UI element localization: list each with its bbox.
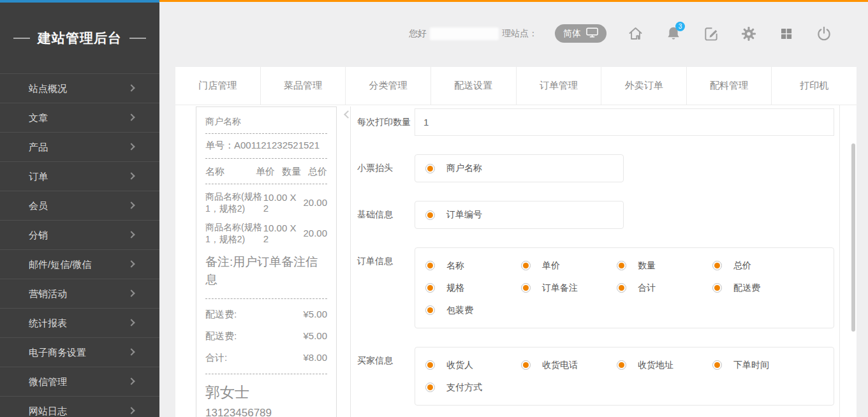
power-icon[interactable] — [815, 25, 832, 42]
receipt-fees: 配送费:¥5.00配送费:¥5.00合计:¥8.00 — [205, 309, 327, 364]
content-card: 门店管理菜品管理分类管理配送设置订单管理外卖订单配料管理打印机 商户名称 单号：… — [175, 67, 857, 417]
radio-option[interactable]: 包装费 — [425, 299, 521, 321]
radio-selected-icon[interactable] — [425, 360, 435, 370]
tab-门店管理[interactable]: 门店管理 — [175, 67, 261, 105]
radio-option[interactable]: 支付方式 — [425, 376, 521, 399]
radio-option[interactable]: 收货电话 — [521, 354, 617, 376]
col-quantity: 数量 — [282, 166, 301, 178]
tab-配料管理[interactable]: 配料管理 — [687, 67, 772, 105]
radio-option[interactable]: 下单时间 — [712, 354, 808, 376]
radio-selected-icon[interactable] — [425, 261, 435, 270]
item-price-qty: 10.00 X 2 — [263, 192, 304, 214]
fee-label: 合计: — [205, 352, 227, 364]
bell-icon[interactable]: 3 — [665, 25, 682, 42]
language-pill-button[interactable]: 简体 — [555, 24, 607, 43]
redacted-username — [430, 27, 499, 40]
gear-icon[interactable] — [740, 25, 757, 42]
radio-option[interactable]: 合计 — [617, 277, 712, 299]
receipt-item-row: 商品名称(规格1，规格2)10.00 X 220.00 — [205, 221, 327, 245]
receipt-merchant-name: 商户名称 — [205, 116, 327, 128]
radio-selected-icon[interactable] — [712, 261, 722, 270]
tab-配送设置[interactable]: 配送设置 — [431, 67, 517, 105]
options-box: 名称单价数量总价规格订单备注合计配送费包装费 — [415, 247, 834, 328]
scrollbar-thumb[interactable] — [851, 143, 855, 332]
receipt-preview: 商户名称 单号：A001121232521521 名称 单价 数量 总价 商品名… — [196, 106, 337, 417]
options-box: 订单编号 — [415, 201, 624, 229]
radio-option[interactable]: 规格 — [425, 277, 521, 299]
apps-grid-icon[interactable] — [777, 25, 795, 42]
item-name: 商品名称(规格1，规格2) — [205, 191, 263, 215]
header: 您好 理站点： 简体 3 — [159, 0, 868, 67]
radio-option-label: 订单备注 — [542, 282, 578, 294]
radio-option[interactable]: 收货人 — [425, 354, 521, 376]
title-dash-right — [129, 38, 146, 39]
sidebar-item[interactable]: 网站日志 — [0, 396, 159, 417]
sidebar-item[interactable]: 产品 — [0, 132, 159, 161]
radio-option[interactable]: 配送费 — [712, 277, 808, 299]
content-right-border — [839, 105, 840, 417]
sidebar-item[interactable]: 统计报表 — [0, 308, 159, 337]
sidebar-item[interactable]: 分销 — [0, 220, 159, 249]
chevron-right-icon — [128, 260, 135, 267]
fee-label: 配送费: — [205, 330, 237, 342]
fee-value: ¥5.00 — [303, 330, 327, 342]
sidebar-item[interactable]: 微信管理 — [0, 367, 159, 396]
radio-selected-icon[interactable] — [425, 210, 435, 220]
radio-option-label: 收货电话 — [542, 360, 578, 371]
sidebar-item[interactable]: 营销活动 — [0, 279, 159, 308]
radio-selected-icon[interactable] — [712, 360, 722, 370]
print-count-input[interactable] — [415, 108, 834, 136]
radio-option-label: 单价 — [542, 260, 560, 272]
radio-option[interactable]: 名称 — [425, 254, 521, 277]
radio-selected-icon[interactable] — [521, 360, 531, 370]
app-title-text: 建站管理后台 — [38, 29, 122, 47]
chevron-right-icon — [128, 319, 135, 326]
radio-option[interactable]: 订单备注 — [521, 277, 617, 299]
receipt-items: 商品名称(规格1，规格2)10.00 X 220.00商品名称(规格1，规格2)… — [205, 191, 327, 245]
radio-option-label: 收货人 — [446, 360, 473, 371]
radio-selected-icon[interactable] — [521, 261, 531, 270]
radio-option-label: 总价 — [733, 260, 751, 272]
home-icon[interactable] — [627, 25, 644, 42]
radio-selected-icon[interactable] — [425, 283, 435, 293]
radio-selected-icon[interactable] — [712, 283, 722, 293]
radio-selected-icon[interactable] — [617, 360, 626, 370]
sidebar-item[interactable]: 电子商务设置 — [0, 337, 159, 367]
sidebar-item[interactable]: 文章 — [0, 103, 159, 132]
radio-selected-icon[interactable] — [617, 283, 626, 293]
radio-selected-icon[interactable] — [617, 261, 626, 270]
sidebar-item[interactable]: 邮件/短信/微信 — [0, 249, 159, 279]
edit-icon[interactable] — [702, 25, 719, 42]
tab-菜品管理[interactable]: 菜品管理 — [261, 67, 346, 105]
settings-row-label: 基础信息 — [357, 201, 415, 229]
sidebar-item[interactable]: 站点概况 — [0, 73, 159, 103]
radio-option[interactable]: 收货地址 — [617, 354, 712, 376]
radio-option-label: 支付方式 — [446, 382, 482, 393]
receipt-table-header: 名称 单价 数量 总价 — [205, 166, 327, 178]
tab-外卖订单[interactable]: 外卖订单 — [601, 67, 687, 105]
tab-打印机[interactable]: 打印机 — [772, 67, 857, 105]
radio-option[interactable]: 总价 — [712, 254, 808, 277]
settings-radio-rows: 小票抬头商户名称基础信息订单编号订单信息名称单价数量总价规格订单备注合计配送费包… — [357, 154, 834, 406]
radio-selected-icon[interactable] — [425, 383, 435, 392]
fee-value: ¥8.00 — [303, 352, 327, 364]
settings-row: 订单信息名称单价数量总价规格订单备注合计配送费包装费 — [357, 247, 834, 328]
radio-option-label: 规格 — [446, 282, 464, 294]
radio-option-label: 名称 — [446, 260, 464, 272]
radio-selected-icon[interactable] — [425, 305, 435, 315]
radio-selected-icon[interactable] — [521, 283, 531, 293]
radio-option[interactable]: 商户名称 — [425, 163, 482, 174]
settings-row-label: 买家信息 — [357, 347, 415, 406]
sidebar-item[interactable]: 订单 — [0, 161, 159, 191]
radio-option[interactable]: 数量 — [617, 254, 712, 277]
sidebar-item[interactable]: 会员 — [0, 191, 159, 220]
radio-selected-icon[interactable] — [425, 164, 435, 173]
radio-option[interactable]: 单价 — [521, 254, 617, 277]
col-total: 总价 — [308, 166, 327, 178]
tab-订单管理[interactable]: 订单管理 — [517, 67, 602, 105]
tab-分类管理[interactable]: 分类管理 — [346, 67, 431, 105]
radio-option[interactable]: 订单编号 — [425, 209, 482, 221]
sidebar-item-label: 订单 — [29, 171, 48, 182]
receipt-note: 备注:用户订单备注信息 — [205, 253, 327, 289]
item-total: 20.00 — [303, 197, 327, 208]
